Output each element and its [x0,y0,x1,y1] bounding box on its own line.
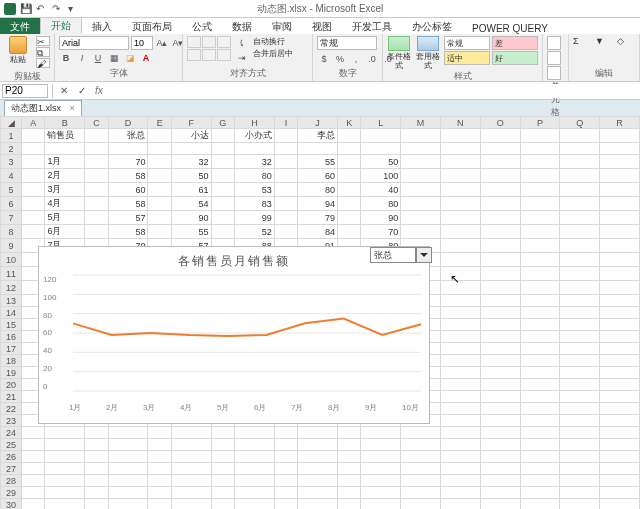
font-name-input[interactable] [59,36,129,50]
fill-color-icon[interactable]: ◪ [123,51,137,65]
cell[interactable] [520,197,560,211]
cell[interactable] [211,487,234,499]
table-row[interactable]: 28 [1,475,640,487]
chart[interactable]: 各销售员月销售额 120100806040200 1月2月3月4月5月6月7月8… [38,246,430,424]
cell[interactable] [560,155,600,169]
cell[interactable] [480,307,520,319]
col-header[interactable]: O [480,117,520,129]
cell[interactable] [480,403,520,415]
cell[interactable] [85,499,108,510]
cell[interactable] [85,427,108,439]
tab-layout[interactable]: 页面布局 [122,18,182,34]
row-header[interactable]: 28 [1,475,22,487]
cell[interactable] [22,499,45,510]
cell[interactable] [148,225,171,239]
cell[interactable] [211,143,234,155]
cell[interactable] [480,343,520,355]
cell[interactable] [211,183,234,197]
cell[interactable] [440,129,480,143]
cell[interactable] [148,427,171,439]
cell[interactable] [560,403,600,415]
table-row[interactable]: 25 [1,439,640,451]
row-header[interactable]: 26 [1,451,22,463]
cell[interactable] [520,319,560,331]
cell[interactable]: 4月 [45,197,85,211]
cell[interactable] [560,379,600,391]
tab-file[interactable]: 文件 [0,18,40,34]
cell[interactable] [560,499,600,510]
cell[interactable] [520,239,560,253]
row-header[interactable]: 10 [1,253,22,267]
cell[interactable] [274,451,297,463]
workbook-tab[interactable]: 动态图1.xlsx × [4,100,82,116]
number-format-select[interactable]: 常规 [317,36,377,50]
table-row[interactable]: 53月6061538040 [1,183,640,197]
cell[interactable] [440,451,480,463]
wrap-text-button[interactable]: 自动换行 [253,36,308,47]
cell[interactable] [274,439,297,451]
cell[interactable] [600,463,640,475]
cell[interactable] [85,487,108,499]
cell[interactable] [520,211,560,225]
cell[interactable] [480,415,520,427]
cell[interactable]: 李总 [298,129,338,143]
cell[interactable] [211,169,234,183]
cell[interactable] [600,475,640,487]
cell[interactable] [600,439,640,451]
cell[interactable] [560,331,600,343]
cell[interactable] [480,439,520,451]
cell[interactable]: 60 [298,169,338,183]
cell[interactable] [338,143,361,155]
row-header[interactable]: 2 [1,143,22,155]
tab-pq[interactable]: POWER QUERY [462,21,558,34]
cell[interactable] [148,169,171,183]
cell[interactable] [440,155,480,169]
cell[interactable] [274,499,297,510]
cell[interactable] [274,427,297,439]
cell[interactable] [480,331,520,343]
cell[interactable] [148,463,171,475]
cell[interactable] [338,183,361,197]
autosum-icon[interactable]: Σ [573,36,591,50]
row-header[interactable]: 14 [1,307,22,319]
cell[interactable]: 57 [108,211,148,225]
grid-area[interactable]: ◢ ABCDEFGHIJKLMNOPQR 1销售员张总小达小办式李总231月70… [0,116,640,509]
col-header[interactable]: G [211,117,234,129]
cell[interactable] [520,253,560,267]
table-row[interactable]: 31月7032325550 [1,155,640,169]
cell[interactable] [274,475,297,487]
cell[interactable] [274,183,297,197]
cell[interactable] [85,143,108,155]
cell[interactable] [560,355,600,367]
grow-font-icon[interactable]: A▴ [155,36,169,50]
cell[interactable] [520,267,560,281]
cell[interactable] [600,239,640,253]
cell[interactable] [171,439,211,451]
cell[interactable] [401,169,441,183]
row-header[interactable]: 11 [1,267,22,281]
table-row[interactable]: 2 [1,143,640,155]
cell[interactable] [338,487,361,499]
row-header[interactable]: 15 [1,319,22,331]
cell[interactable] [45,427,85,439]
cell[interactable]: 99 [235,211,275,225]
cell[interactable] [560,211,600,225]
cell[interactable] [108,463,148,475]
cell[interactable] [600,281,640,295]
table-row[interactable]: 26 [1,451,640,463]
cell[interactable]: 70 [108,155,148,169]
cell[interactable] [560,197,600,211]
cell[interactable]: 90 [361,211,401,225]
table-row[interactable]: 42月58508060100 [1,169,640,183]
cell[interactable] [600,379,640,391]
select-all-cell[interactable]: ◢ [1,117,22,129]
cell[interactable] [338,129,361,143]
cell[interactable] [108,499,148,510]
cell[interactable] [560,439,600,451]
cell[interactable] [235,463,275,475]
row-header[interactable]: 4 [1,169,22,183]
cell[interactable] [171,143,211,155]
cell[interactable] [600,211,640,225]
cell[interactable] [440,143,480,155]
cell[interactable] [148,143,171,155]
